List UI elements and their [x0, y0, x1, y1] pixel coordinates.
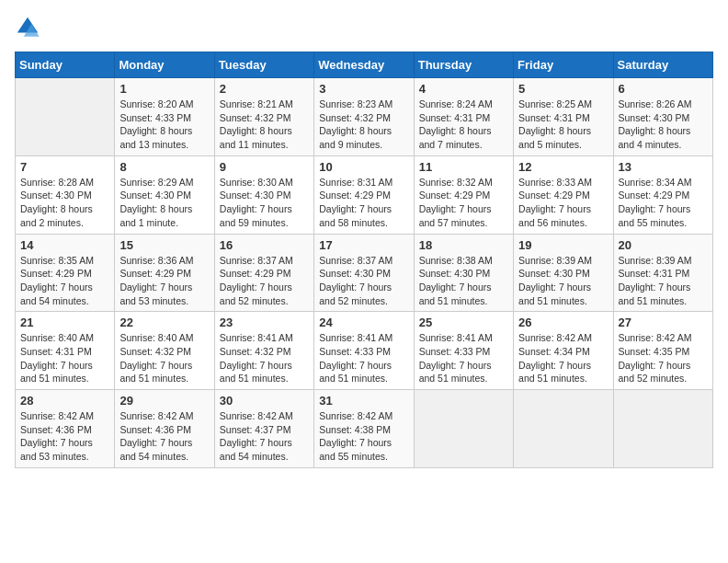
header-cell-friday: Friday: [514, 52, 613, 78]
day-detail: Sunrise: 8:42 AMSunset: 4:34 PMDaylight:…: [518, 331, 608, 385]
day-detail: Sunrise: 8:24 AMSunset: 4:31 PMDaylight:…: [419, 98, 508, 152]
day-number: 11: [419, 160, 508, 174]
day-detail: Sunrise: 8:42 AMSunset: 4:35 PMDaylight:…: [619, 331, 708, 385]
calendar-cell: [16, 78, 115, 156]
day-detail: Sunrise: 8:42 AMSunset: 4:38 PMDaylight:…: [319, 409, 408, 464]
day-detail: Sunrise: 8:30 AMSunset: 4:30 PMDaylight:…: [220, 176, 309, 230]
calendar-table: SundayMondayTuesdayWednesdayThursdayFrid…: [15, 52, 713, 468]
calendar-cell: 7Sunrise: 8:28 AMSunset: 4:30 PMDaylight…: [16, 155, 115, 234]
calendar-cell: 4Sunrise: 8:24 AMSunset: 4:31 PMDaylight…: [414, 78, 513, 156]
day-number: 6: [619, 82, 708, 96]
day-number: 1: [119, 82, 209, 96]
day-number: 25: [419, 316, 508, 329]
day-detail: Sunrise: 8:41 AMSunset: 4:32 PMDaylight:…: [220, 331, 309, 385]
day-number: 12: [518, 160, 608, 174]
day-number: 10: [319, 160, 408, 174]
day-detail: Sunrise: 8:29 AMSunset: 4:30 PMDaylight:…: [119, 176, 209, 230]
calendar-header: SundayMondayTuesdayWednesdayThursdayFrid…: [16, 52, 713, 78]
calendar-cell: 29Sunrise: 8:42 AMSunset: 4:36 PMDayligh…: [115, 390, 214, 468]
header-cell-saturday: Saturday: [613, 52, 712, 78]
day-detail: Sunrise: 8:42 AMSunset: 4:36 PMDaylight:…: [119, 409, 209, 464]
day-detail: Sunrise: 8:42 AMSunset: 4:37 PMDaylight:…: [220, 409, 309, 464]
day-number: 13: [619, 160, 708, 174]
day-detail: Sunrise: 8:40 AMSunset: 4:32 PMDaylight:…: [119, 331, 209, 385]
calendar-cell: 26Sunrise: 8:42 AMSunset: 4:34 PMDayligh…: [514, 312, 613, 390]
page-header: [15, 15, 713, 40]
day-number: 22: [119, 316, 209, 329]
calendar-cell: 8Sunrise: 8:29 AMSunset: 4:30 PMDaylight…: [115, 155, 214, 234]
calendar-cell: 31Sunrise: 8:42 AMSunset: 4:38 PMDayligh…: [314, 390, 414, 468]
day-detail: Sunrise: 8:38 AMSunset: 4:30 PMDaylight:…: [419, 254, 508, 308]
day-number: 24: [319, 316, 408, 329]
day-number: 15: [119, 238, 209, 252]
day-detail: Sunrise: 8:41 AMSunset: 4:33 PMDaylight:…: [419, 331, 508, 385]
calendar-cell: 9Sunrise: 8:30 AMSunset: 4:30 PMDaylight…: [214, 155, 313, 234]
day-detail: Sunrise: 8:36 AMSunset: 4:29 PMDaylight:…: [119, 254, 209, 308]
day-detail: Sunrise: 8:28 AMSunset: 4:30 PMDaylight:…: [20, 176, 109, 230]
header-cell-tuesday: Tuesday: [214, 52, 313, 78]
header-cell-monday: Monday: [115, 52, 214, 78]
calendar-cell: 6Sunrise: 8:26 AMSunset: 4:30 PMDaylight…: [613, 78, 712, 156]
day-number: 27: [619, 316, 708, 329]
calendar-cell: 28Sunrise: 8:42 AMSunset: 4:36 PMDayligh…: [16, 390, 115, 468]
calendar-cell: 25Sunrise: 8:41 AMSunset: 4:33 PMDayligh…: [414, 312, 513, 390]
calendar-cell: 21Sunrise: 8:40 AMSunset: 4:31 PMDayligh…: [16, 312, 115, 390]
calendar-cell: 22Sunrise: 8:40 AMSunset: 4:32 PMDayligh…: [115, 312, 214, 390]
calendar-cell: 2Sunrise: 8:21 AMSunset: 4:32 PMDaylight…: [214, 78, 313, 156]
calendar-cell: 3Sunrise: 8:23 AMSunset: 4:32 PMDaylight…: [314, 78, 414, 156]
logo: [15, 15, 44, 40]
logo-icon: [15, 15, 40, 40]
day-number: 19: [518, 238, 608, 252]
calendar-week-5: 28Sunrise: 8:42 AMSunset: 4:36 PMDayligh…: [16, 390, 713, 468]
day-detail: Sunrise: 8:34 AMSunset: 4:29 PMDaylight:…: [619, 176, 708, 230]
day-detail: Sunrise: 8:20 AMSunset: 4:33 PMDaylight:…: [119, 98, 209, 152]
day-number: 17: [319, 238, 408, 252]
day-detail: Sunrise: 8:32 AMSunset: 4:29 PMDaylight:…: [419, 176, 508, 230]
day-number: 5: [518, 82, 608, 96]
calendar-cell: [414, 390, 513, 468]
day-number: 8: [119, 160, 209, 174]
calendar-cell: 14Sunrise: 8:35 AMSunset: 4:29 PMDayligh…: [16, 234, 115, 312]
day-number: 26: [518, 316, 608, 329]
calendar-cell: 11Sunrise: 8:32 AMSunset: 4:29 PMDayligh…: [414, 155, 513, 234]
day-number: 28: [20, 394, 109, 408]
day-detail: Sunrise: 8:25 AMSunset: 4:31 PMDaylight:…: [518, 98, 608, 152]
header-row: SundayMondayTuesdayWednesdayThursdayFrid…: [16, 52, 713, 78]
calendar-cell: 20Sunrise: 8:39 AMSunset: 4:31 PMDayligh…: [613, 234, 712, 312]
calendar-cell: 24Sunrise: 8:41 AMSunset: 4:33 PMDayligh…: [314, 312, 414, 390]
calendar-cell: 19Sunrise: 8:39 AMSunset: 4:30 PMDayligh…: [514, 234, 613, 312]
calendar-cell: 17Sunrise: 8:37 AMSunset: 4:30 PMDayligh…: [314, 234, 414, 312]
calendar-cell: 15Sunrise: 8:36 AMSunset: 4:29 PMDayligh…: [115, 234, 214, 312]
day-detail: Sunrise: 8:23 AMSunset: 4:32 PMDaylight:…: [319, 98, 408, 152]
calendar-cell: 27Sunrise: 8:42 AMSunset: 4:35 PMDayligh…: [613, 312, 712, 390]
day-number: 2: [220, 82, 309, 96]
header-cell-sunday: Sunday: [16, 52, 115, 78]
calendar-cell: 16Sunrise: 8:37 AMSunset: 4:29 PMDayligh…: [214, 234, 313, 312]
day-number: 18: [419, 238, 508, 252]
day-number: 4: [419, 82, 508, 96]
calendar-cell: [514, 390, 613, 468]
calendar-body: 1Sunrise: 8:20 AMSunset: 4:33 PMDaylight…: [16, 78, 713, 468]
day-detail: Sunrise: 8:42 AMSunset: 4:36 PMDaylight:…: [20, 409, 109, 464]
day-detail: Sunrise: 8:21 AMSunset: 4:32 PMDaylight:…: [220, 98, 309, 152]
day-number: 7: [20, 160, 109, 174]
calendar-cell: 1Sunrise: 8:20 AMSunset: 4:33 PMDaylight…: [115, 78, 214, 156]
day-number: 30: [220, 394, 309, 408]
day-detail: Sunrise: 8:26 AMSunset: 4:30 PMDaylight:…: [619, 98, 708, 152]
calendar-cell: 30Sunrise: 8:42 AMSunset: 4:37 PMDayligh…: [214, 390, 313, 468]
day-detail: Sunrise: 8:41 AMSunset: 4:33 PMDaylight:…: [319, 331, 408, 385]
calendar-cell: 10Sunrise: 8:31 AMSunset: 4:29 PMDayligh…: [314, 155, 414, 234]
calendar-cell: 23Sunrise: 8:41 AMSunset: 4:32 PMDayligh…: [214, 312, 313, 390]
day-number: 23: [220, 316, 309, 329]
day-detail: Sunrise: 8:33 AMSunset: 4:29 PMDaylight:…: [518, 176, 608, 230]
day-detail: Sunrise: 8:39 AMSunset: 4:30 PMDaylight:…: [518, 254, 608, 308]
day-number: 9: [220, 160, 309, 174]
day-detail: Sunrise: 8:35 AMSunset: 4:29 PMDaylight:…: [20, 254, 109, 308]
day-number: 20: [619, 238, 708, 252]
header-cell-thursday: Thursday: [414, 52, 513, 78]
day-number: 3: [319, 82, 408, 96]
day-number: 21: [20, 316, 109, 329]
day-number: 29: [119, 394, 209, 408]
calendar-week-3: 14Sunrise: 8:35 AMSunset: 4:29 PMDayligh…: [16, 234, 713, 312]
day-detail: Sunrise: 8:40 AMSunset: 4:31 PMDaylight:…: [20, 331, 109, 385]
